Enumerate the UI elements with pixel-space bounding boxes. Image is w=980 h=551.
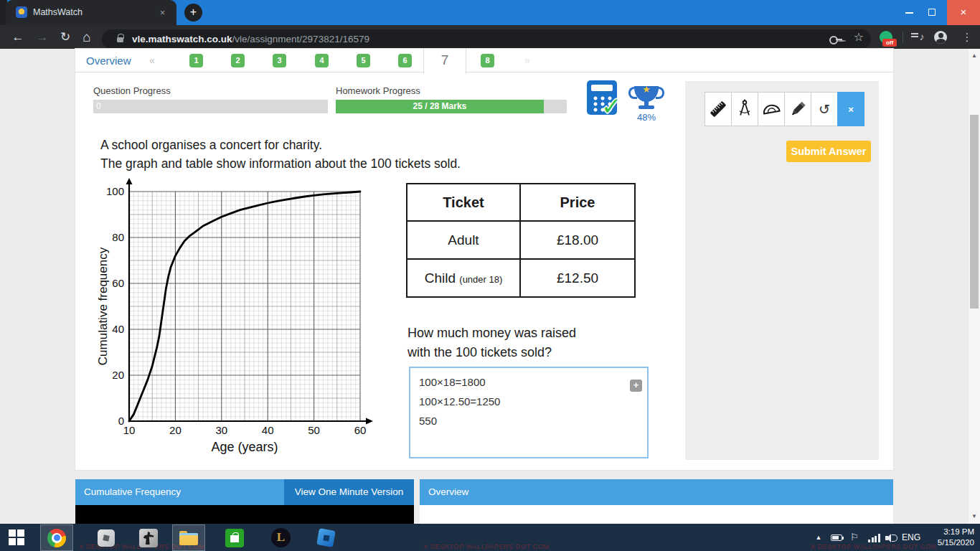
col-header-ticket: Ticket	[407, 184, 520, 221]
cell-ticket-adult: Adult	[407, 221, 520, 259]
extension-off-badge: off	[882, 39, 897, 47]
flag-icon[interactable]: ⚐	[848, 524, 861, 551]
file-explorer-icon	[179, 531, 198, 545]
lock-icon[interactable]	[117, 37, 123, 42]
question-tabs-divider	[75, 72, 893, 72]
browser-menu-icon[interactable]: ⋮	[958, 25, 976, 49]
answer-input[interactable]: 100×18=1800 100×12.50=1250 550	[410, 368, 647, 457]
taskbar-store-icon[interactable]	[225, 529, 244, 547]
question-progress-label: Question Progress	[93, 85, 171, 96]
compasses-icon[interactable]	[731, 92, 758, 126]
back-icon[interactable]: ←	[7, 25, 29, 49]
tab-overview[interactable]: Overview	[86, 49, 131, 72]
forward-icon[interactable]: →	[32, 25, 53, 49]
next-questions-chevron[interactable]: »	[524, 49, 530, 72]
cell-ticket-child: Child (under 18)	[407, 259, 520, 297]
intro-line-1: A school organises a concert for charity…	[100, 136, 461, 154]
undo-icon[interactable]: ↺	[811, 92, 838, 126]
url-text[interactable]: vle.mathswatch.co.uk/vle/assignment/2973…	[132, 29, 369, 49]
tab-question-6[interactable]: 6	[398, 54, 412, 67]
svg-text:40: 40	[262, 424, 274, 436]
volume-icon[interactable]	[885, 534, 895, 542]
scrollbar-down-icon[interactable]: ▼	[969, 511, 980, 522]
ticket-price-table: Ticket Price Adult £18.00 Child (under 1…	[406, 183, 636, 298]
expand-answer-button[interactable]: +	[630, 380, 642, 392]
network-signal-icon[interactable]	[868, 534, 881, 542]
taskbar-lol-icon[interactable]: L	[271, 528, 291, 547]
child-age-note: (under 18)	[459, 274, 502, 285]
intro-line-2: The graph and table show information abo…	[100, 154, 461, 173]
password-key-icon[interactable]	[829, 33, 842, 46]
question-prompt: How much money was raised with the 100 t…	[407, 324, 576, 362]
svg-text:10: 10	[123, 424, 136, 436]
video-player[interactable]	[75, 505, 414, 524]
media-control-icon[interactable]: ♪	[910, 25, 927, 49]
clock-time: 3:19 PM	[927, 527, 974, 537]
tab-question-5[interactable]: 5	[357, 54, 370, 67]
question-progress-bar	[93, 100, 328, 113]
window-close-button[interactable]: ×	[947, 0, 980, 25]
tab-question-3[interactable]: 3	[273, 54, 286, 67]
tab-close-icon[interactable]: ×	[156, 6, 169, 19]
svg-text:20: 20	[112, 369, 124, 381]
window-minimize-button[interactable]	[905, 12, 913, 14]
browser-tab[interactable]: MathsWatch ×	[6, 0, 176, 25]
prompt-line-2: with the 100 tickets sold?	[407, 343, 576, 362]
refresh-icon[interactable]: ↻	[55, 25, 76, 49]
homework-progress-bar: 25 / 28 Marks	[336, 100, 567, 113]
svg-text:80: 80	[112, 231, 124, 243]
clock-date: 5/15/2020	[927, 537, 974, 548]
taskbar-roblox-icon[interactable]	[98, 529, 115, 547]
scrollbar-up-icon[interactable]: ▲	[969, 50, 980, 62]
col-header-price: Price	[520, 184, 635, 221]
pencil-icon[interactable]	[784, 92, 811, 126]
scrollbar-thumb[interactable]	[970, 115, 979, 309]
home-icon[interactable]: ⌂	[76, 25, 98, 49]
tab-question-2[interactable]: 2	[231, 54, 245, 67]
svg-text:40: 40	[112, 323, 124, 335]
tray-expand-icon[interactable]: ▲	[812, 524, 825, 551]
svg-text:Age (years): Age (years)	[211, 440, 278, 454]
tab-question-8[interactable]: 8	[481, 54, 494, 67]
tab-question-4[interactable]: 4	[315, 54, 329, 67]
overview-panel-body	[420, 505, 893, 524]
new-tab-button[interactable]: +	[184, 4, 202, 22]
window-restore-button[interactable]	[928, 9, 936, 16]
submit-answer-button[interactable]: Submit Answer	[786, 141, 871, 162]
taskbar-csgo-icon[interactable]	[139, 529, 158, 547]
taskbar-roblox-studio-icon[interactable]	[316, 528, 336, 547]
taskbar-clock[interactable]: 3:19 PM 5/15/2020	[927, 527, 974, 548]
svg-text:Cumulative frequency: Cumulative frequency	[98, 247, 110, 365]
language-indicator[interactable]: ENG	[900, 524, 923, 551]
wallpaper-watermark: X DESKTOP WALLPAPERS DOT COM	[423, 543, 549, 550]
svg-text:30: 30	[215, 424, 227, 436]
drawing-toolbar: ↺ ×	[705, 92, 864, 126]
battery-icon[interactable]	[831, 534, 842, 541]
tab-question-1[interactable]: 1	[189, 54, 203, 67]
answer-tools-panel	[685, 81, 879, 460]
svg-text:20: 20	[169, 424, 182, 436]
cell-price-child: £12.50	[520, 259, 635, 297]
taskbar-explorer-button[interactable]	[172, 524, 205, 551]
tab-question-7-active[interactable]: 7	[423, 49, 466, 73]
taskbar-chrome-button[interactable]	[40, 524, 73, 551]
start-button[interactable]	[9, 529, 24, 545]
url-path: /vle/assignment/2973821/16579	[232, 34, 369, 44]
close-tools-button[interactable]: ×	[837, 92, 864, 126]
question-intro-text: A school organises a concert for charity…	[100, 136, 461, 173]
table-row: Child (under 18) £12.50	[407, 259, 635, 297]
bookmark-star-icon[interactable]: ☆	[851, 25, 867, 49]
prompt-line-1: How much money was raised	[407, 324, 576, 343]
ruler-icon[interactable]	[705, 92, 732, 126]
profile-avatar[interactable]	[934, 31, 947, 44]
one-minute-version-button[interactable]: View One Minute Version	[284, 479, 414, 505]
toolbar-divider	[903, 32, 903, 43]
cumulative-frequency-graph: 020406080100102030405060Age (years)Cumul…	[98, 177, 374, 457]
svg-text:100: 100	[106, 185, 124, 197]
svg-text:50: 50	[308, 424, 320, 436]
cell-price-adult: £18.00	[520, 221, 635, 259]
protractor-icon[interactable]	[758, 92, 785, 126]
prev-questions-chevron[interactable]: «	[149, 49, 155, 72]
chrome-icon	[47, 529, 66, 547]
answer-box: 100×18=1800 100×12.50=1250 550	[409, 367, 649, 458]
